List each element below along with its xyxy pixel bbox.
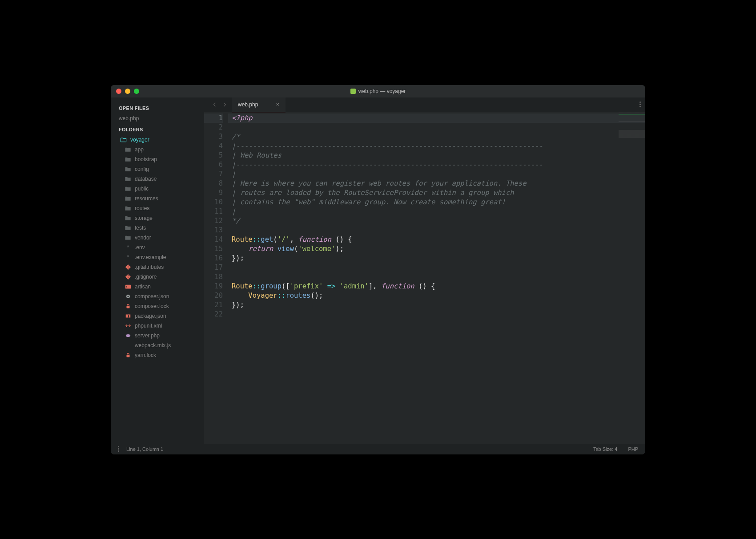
sidebar-file[interactable]: .gitignore (111, 272, 204, 282)
asterisk-icon: * (125, 244, 131, 251)
sidebar-file-label: .gitignore (135, 274, 157, 280)
code-line[interactable]: return view('welcome'); (228, 244, 645, 254)
sidebar-file[interactable]: phpunit.xml (111, 321, 204, 331)
sidebar-file[interactable]: package.json (111, 311, 204, 321)
window-title: web.php — voyager (111, 88, 645, 94)
code-line[interactable]: | contains the "web" middleware group. N… (228, 198, 645, 207)
sidebar-folder[interactable]: vendor (111, 233, 204, 243)
status-menu-icon[interactable] (118, 446, 119, 452)
lock-icon (125, 352, 131, 358)
code-line[interactable]: Voyager::routes(); (228, 291, 645, 300)
sidebar-file-label: .env (135, 244, 145, 251)
status-language[interactable]: PHP (628, 446, 638, 452)
code-line[interactable]: Route::get('/', function () { (228, 235, 645, 244)
git-icon (125, 274, 131, 280)
code-line[interactable]: | Web Routes (228, 151, 645, 160)
sidebar-folder[interactable]: config (111, 164, 204, 174)
line-gutter: 12345678910111213141516171819202122 (204, 112, 228, 319)
code-line[interactable]: |---------------------------------------… (228, 160, 645, 170)
lock-icon (125, 303, 131, 309)
editor-area: web.php × 123456789101112131415161718192… (204, 97, 645, 444)
sidebar-file[interactable]: yarn.lock (111, 350, 204, 360)
folder-icon (125, 166, 131, 172)
sidebar-folder[interactable]: database (111, 174, 204, 184)
tab-active[interactable]: web.php × (232, 97, 286, 112)
sidebar-folder-label: storage (135, 215, 153, 221)
sidebar-folder-label: tests (135, 225, 146, 231)
tab-bar[interactable]: web.php × (204, 97, 645, 112)
status-cursor-position[interactable]: Line 1, Column 1 (126, 446, 163, 452)
sidebar-folder-label: database (135, 176, 157, 182)
sidebar-folder[interactable]: routes (111, 203, 204, 213)
svg-point-4 (127, 296, 129, 297)
svg-rect-7 (128, 315, 129, 317)
sidebar-open-file[interactable]: web.php (111, 113, 204, 123)
open-files-header: OPEN FILES (111, 102, 204, 113)
code-viewport[interactable]: 12345678910111213141516171819202122 <?ph… (204, 112, 645, 444)
sidebar-root-label: voyager (130, 137, 149, 143)
folders-header: FOLDERS (111, 123, 204, 135)
code-line[interactable]: | Here is where you can register web rou… (228, 179, 645, 188)
sidebar-file-label: webpack.mix.js (135, 342, 171, 349)
nav-forward-button[interactable] (220, 100, 229, 109)
git-icon (125, 264, 131, 270)
sidebar-folder[interactable]: public (111, 184, 204, 194)
svg-text:*: * (127, 244, 129, 251)
sidebar-folder-label: app (135, 146, 144, 153)
file-type-icon (350, 89, 356, 94)
sidebar-folder-label: bootstrap (135, 156, 157, 162)
sidebar-file-label: yarn.lock (135, 352, 156, 358)
source-lines[interactable]: <?php/*|--------------------------------… (228, 112, 645, 319)
xml-icon (125, 323, 131, 329)
sidebar-folder[interactable]: storage (111, 213, 204, 223)
code-line[interactable]: Route::group(['prefix' => 'admin'], func… (228, 282, 645, 291)
code-line[interactable]: | (228, 170, 645, 179)
nav-buttons (208, 97, 232, 112)
status-bar[interactable]: Line 1, Column 1 Tab Size: 4 PHP (111, 444, 645, 454)
code-line[interactable]: */ (228, 216, 645, 226)
sidebar-folder[interactable]: resources (111, 194, 204, 203)
gear-icon (125, 293, 131, 300)
code-line[interactable]: |---------------------------------------… (228, 142, 645, 151)
code-line[interactable] (228, 123, 645, 132)
code-line[interactable]: <?php (228, 113, 645, 123)
sidebar[interactable]: OPEN FILES web.php FOLDERS voyager appbo… (111, 97, 204, 444)
sidebar-folder[interactable]: tests (111, 223, 204, 233)
sidebar-file-label: package.json (135, 313, 166, 319)
sidebar-file[interactable]: *.env (111, 243, 204, 252)
code-line[interactable] (228, 263, 645, 272)
tab-label: web.php (238, 101, 258, 108)
sidebar-folder-root[interactable]: voyager (111, 135, 204, 145)
sidebar-file-label: artisan (135, 284, 151, 290)
folder-icon (125, 195, 131, 202)
sidebar-file[interactable]: *.env.example (111, 252, 204, 262)
sidebar-file[interactable]: composer.lock (111, 301, 204, 311)
code-line[interactable]: }); (228, 300, 645, 310)
sidebar-folder[interactable]: app (111, 145, 204, 154)
sidebar-file[interactable]: server.php (111, 331, 204, 340)
sidebar-file[interactable]: webpack.mix.js (111, 340, 204, 350)
code-line[interactable]: /* (228, 132, 645, 142)
code-line[interactable] (228, 310, 645, 319)
sidebar-folder-label: vendor (135, 235, 151, 241)
window-title-text: web.php — voyager (358, 88, 406, 94)
sidebar-file[interactable]: composer.json (111, 292, 204, 301)
svg-rect-5 (127, 306, 130, 308)
sidebar-file-label: composer.lock (135, 303, 169, 309)
code-line[interactable]: | routes are loaded by the RouteServiceP… (228, 188, 645, 198)
npm-icon (125, 313, 131, 319)
code-line[interactable] (228, 272, 645, 282)
tab-overflow-button[interactable] (639, 97, 645, 112)
code-line[interactable]: }); (228, 254, 645, 263)
code-line[interactable] (228, 226, 645, 235)
sidebar-file[interactable]: artisan (111, 282, 204, 292)
tab-close-icon[interactable]: × (276, 101, 279, 108)
svg-text:*: * (127, 254, 129, 260)
status-tab-size[interactable]: Tab Size: 4 (593, 446, 617, 452)
titlebar[interactable]: web.php — voyager (111, 85, 645, 97)
code-content[interactable]: 12345678910111213141516171819202122 <?ph… (204, 112, 645, 319)
nav-back-button[interactable] (210, 100, 219, 109)
code-line[interactable]: | (228, 207, 645, 216)
sidebar-folder[interactable]: bootstrap (111, 154, 204, 164)
sidebar-file[interactable]: .gitattributes (111, 262, 204, 272)
